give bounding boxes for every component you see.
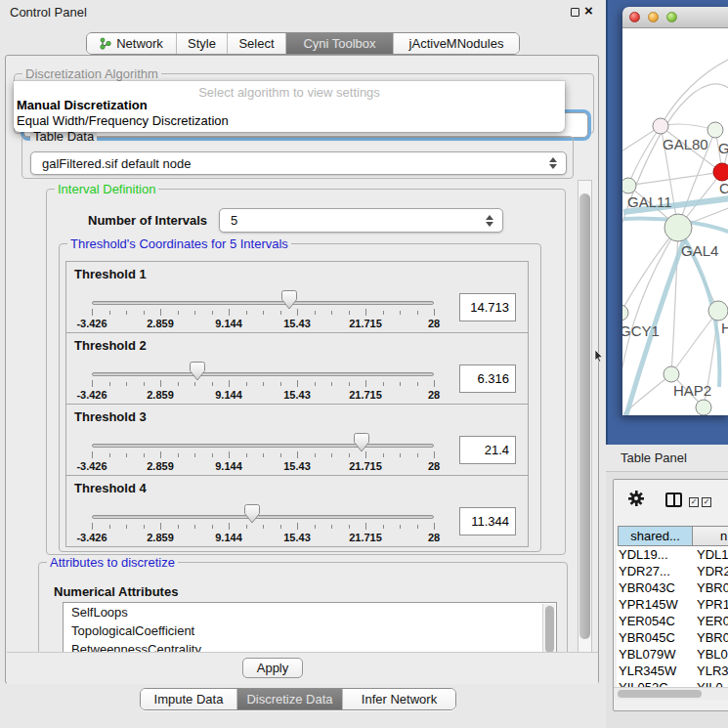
network-edge[interactable] — [628, 126, 661, 186]
node-edge-partial[interactable] — [696, 400, 711, 415]
threshold-value-field[interactable] — [459, 507, 516, 535]
slider-minor-tick — [349, 382, 350, 386]
threshold-slider-thumb[interactable] — [244, 504, 260, 524]
table-horizontal-scrollbar[interactable] — [614, 687, 728, 700]
tab-network[interactable]: Network — [87, 33, 177, 54]
threshold-label: Threshold 1 — [74, 267, 147, 281]
tab-cyni-toolbox[interactable]: Cyni Toolbox — [286, 33, 394, 54]
network-canvas[interactable]: GAL80G.CGAL11GAL4GCY1HHAP2 — [622, 28, 728, 415]
slider-major-tick — [365, 380, 366, 387]
network-edge[interactable] — [671, 228, 678, 374]
apply-area: Apply — [7, 652, 598, 684]
slider-minor-tick — [263, 311, 264, 315]
tab-label: Style — [188, 36, 216, 51]
node-h[interactable] — [708, 301, 728, 321]
slider-minor-tick — [280, 311, 281, 315]
table-data-combo[interactable]: galFiltered.sif default node — [30, 151, 567, 175]
panel-scrollbar[interactable] — [578, 180, 592, 653]
top-tab-bar: NetworkStyleSelectCyni ToolboxjActiveMNo… — [86, 32, 520, 55]
threshold-slider-thumb[interactable] — [354, 433, 369, 452]
slider-minor-tick — [417, 311, 418, 315]
threshold-slider-track[interactable] — [92, 444, 434, 448]
tab-label: Select — [238, 36, 274, 51]
attribute-list-item[interactable]: SelfLoops — [64, 603, 556, 621]
cell-name: YER0 — [692, 613, 728, 629]
node-hap2[interactable] — [664, 366, 679, 382]
slider-major-tick — [297, 380, 298, 387]
interval-definition-group-title: Interval Definition — [55, 182, 158, 196]
threshold-slider-thumb[interactable] — [281, 290, 297, 310]
cyni-toolbox-panel: Discretization Algorithm Select algorith… — [5, 55, 599, 684]
discretization-algorithm-group-title: Discretization Algorithm — [22, 66, 161, 81]
threshold-slider-track[interactable] — [92, 372, 434, 376]
slider-minor-tick — [331, 311, 332, 315]
slider-major-tick — [229, 451, 230, 458]
network-edge[interactable] — [628, 172, 722, 186]
node-label-gal4: GAL4 — [681, 242, 718, 259]
algorithm-option-manual[interactable]: Manual Discretization — [17, 98, 148, 112]
table-body[interactable]: YDL19...YDL1YDR27...YDR2YBR043CYBR0YPR14… — [617, 546, 728, 687]
slider-tick-label: 2.859 — [147, 389, 174, 401]
threshold-value-field[interactable] — [459, 293, 516, 321]
column-layout-icon[interactable] — [665, 492, 682, 507]
node-g[interactable] — [707, 122, 723, 138]
table-row[interactable]: YBL079WYBL0 — [617, 646, 728, 663]
combo-spinner-icon — [486, 215, 493, 227]
node-gal11[interactable] — [622, 178, 636, 193]
node-red[interactable] — [713, 163, 728, 181]
slider-tick-label: 15.43 — [283, 460, 311, 472]
table-row[interactable]: YLR345WYLR3 — [617, 663, 728, 679]
attributes-scrollbar[interactable] — [542, 604, 555, 657]
tab-infer-network[interactable]: Infer Network — [343, 689, 455, 709]
table-row[interactable]: YPR145WYPR1 — [617, 596, 728, 613]
threshold-slider-track[interactable] — [92, 515, 434, 519]
tab-impute-data[interactable]: Impute Data — [141, 689, 237, 709]
slider-minor-tick — [109, 311, 110, 315]
algorithm-option-equal-width[interactable]: Equal Width/Frequency Discretization — [17, 113, 229, 128]
mac-zoom-button[interactable] — [666, 12, 677, 22]
mac-close-button[interactable] — [629, 12, 640, 22]
algorithm-dropdown-popup: Select algorithm to view settings Manual… — [14, 81, 565, 132]
slider-minor-tick — [417, 453, 418, 457]
node-gal4[interactable] — [664, 214, 692, 241]
close-icon[interactable]: × — [584, 2, 593, 19]
checkbox-icon[interactable]: ✓ — [702, 497, 711, 507]
tab-style[interactable]: Style — [177, 33, 228, 54]
slider-tick-label: -3.426 — [76, 389, 107, 401]
cytoscape-desktop: GAL80G.CGAL11GAL4GCY1HHAP2 — [606, 0, 728, 445]
table-row[interactable]: YIL052CYIL0 — [617, 679, 728, 687]
checkbox-icon[interactable]: ✓ — [689, 497, 699, 507]
threshold-value-field[interactable] — [459, 436, 516, 464]
network-edge[interactable] — [622, 228, 678, 410]
slider-major-tick — [297, 309, 298, 316]
numerical-attributes-list[interactable]: SelfLoopsTopologicalCoefficientBetweenne… — [63, 602, 557, 657]
threshold-value-field[interactable] — [459, 364, 516, 393]
node-gcy1[interactable] — [622, 305, 628, 321]
column-header-name[interactable]: n — [692, 526, 728, 546]
slider-tick-label: 9.144 — [215, 532, 242, 543]
table-row[interactable]: YDL19...YDL1 — [617, 546, 728, 563]
gear-icon[interactable] — [628, 491, 644, 506]
apply-button[interactable]: Apply — [242, 658, 303, 678]
node-gal80[interactable] — [653, 118, 668, 134]
threshold-label: Threshold 4 — [74, 481, 147, 495]
threshold-slider-thumb[interactable] — [190, 362, 205, 381]
tab-select[interactable]: Select — [228, 33, 286, 54]
column-header-shared-name[interactable]: shared... — [618, 526, 692, 546]
threshold-slider-track[interactable] — [92, 301, 434, 305]
table-row[interactable]: YER054CYER0 — [617, 613, 728, 629]
slider-tick-label: 28 — [428, 318, 440, 329]
tab-discretize-data[interactable]: Discretize Data — [237, 689, 343, 709]
tab-jactivemnodules[interactable]: jActiveMNodules — [394, 33, 519, 54]
mac-minimize-button[interactable] — [648, 12, 659, 22]
slider-major-tick — [92, 451, 93, 458]
table-row[interactable]: YDR27...YDR2 — [617, 563, 728, 579]
table-row[interactable]: YBR045CYBR0 — [617, 629, 728, 646]
table-panel-header: Table Panel — [606, 445, 728, 472]
attribute-list-item[interactable]: TopologicalCoefficient — [64, 621, 556, 640]
table-row[interactable]: YBR043CYBR0 — [617, 579, 728, 596]
slider-minor-tick — [212, 382, 213, 386]
slider-minor-tick — [144, 311, 145, 315]
number-of-intervals-combo[interactable]: 5 — [219, 208, 503, 233]
float-window-icon[interactable] — [571, 8, 579, 17]
